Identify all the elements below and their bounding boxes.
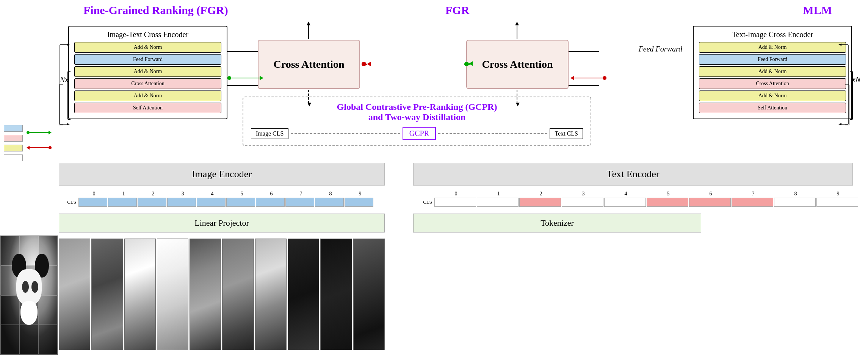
img-token-7 bbox=[285, 198, 314, 207]
left-encoder-box: Image-Text Cross Encoder Nx Add & Norm F… bbox=[68, 26, 227, 119]
patch-0 bbox=[59, 239, 90, 350]
image-encoder-box: Image Encoder bbox=[59, 163, 385, 186]
xn-label-right: xN bbox=[852, 75, 860, 84]
img-idx-0: 0 bbox=[80, 191, 108, 197]
conn-right-cross-to-enc-top bbox=[569, 51, 599, 52]
image-token-indices: 0 1 2 3 4 5 6 7 8 9 bbox=[80, 191, 374, 197]
txt-token-0 bbox=[434, 198, 476, 207]
gcpr-bottom: Image CLS GCPR Text CLS bbox=[251, 127, 583, 140]
svg-marker-2 bbox=[67, 123, 70, 125]
txt-idx-0: 0 bbox=[435, 191, 477, 197]
layer-cross-attention: Cross Attention bbox=[74, 78, 221, 89]
txt-token-2 bbox=[519, 198, 561, 207]
txt-token-3 bbox=[562, 198, 603, 207]
txt-idx-9: 9 bbox=[817, 191, 859, 197]
title-fgr-right: FGR bbox=[445, 4, 469, 17]
image-patches-row bbox=[59, 239, 385, 350]
legend-white bbox=[4, 154, 23, 161]
txt-cls-label: CLS bbox=[413, 199, 434, 205]
patch-4 bbox=[190, 239, 221, 350]
img-cls-label: CLS bbox=[59, 199, 78, 205]
txt-token-6 bbox=[689, 198, 731, 207]
conn-left-enc-to-cross-top bbox=[227, 51, 258, 52]
img-idx-6: 6 bbox=[257, 191, 286, 197]
txt-token-4 bbox=[604, 198, 646, 207]
cross-attention-right-box: Cross Attention bbox=[466, 40, 569, 89]
img-idx-1: 1 bbox=[109, 191, 138, 197]
gcpr-title-line1: Global Contrastive Pre-Ranking (GCPR) bbox=[251, 102, 583, 112]
img-idx-2: 2 bbox=[139, 191, 168, 197]
txt-idx-8: 8 bbox=[775, 191, 816, 197]
txt-idx-5: 5 bbox=[647, 191, 689, 197]
layer-add-norm-3: Add & Norm bbox=[74, 90, 221, 101]
r-layer-cross-attention: Cross Attention bbox=[699, 78, 846, 89]
img-token-3 bbox=[167, 198, 196, 207]
img-token-8 bbox=[315, 198, 344, 207]
txt-idx-3: 3 bbox=[562, 191, 604, 197]
r-layer-self-attention: Self Attention bbox=[699, 103, 846, 113]
cross-attention-right-label: Cross Attention bbox=[482, 58, 553, 70]
text-token-row: CLS bbox=[413, 198, 858, 207]
conn-right-cross-to-enc-bottom bbox=[569, 85, 599, 86]
red-line-left bbox=[362, 64, 367, 65]
patch-8 bbox=[320, 239, 352, 350]
main-container: Fine-Grained Ranking (FGR) FGR MLM Image… bbox=[0, 0, 868, 362]
encoder-right-arrows bbox=[833, 26, 852, 143]
arrow-up-right-cross bbox=[517, 25, 517, 39]
txt-token-1 bbox=[477, 198, 519, 207]
r-layer-add-norm-1: Add & Norm bbox=[699, 42, 846, 53]
image-cls-box: Image CLS bbox=[251, 128, 288, 139]
title-fgr-left: Fine-Grained Ranking (FGR) bbox=[83, 4, 228, 17]
text-cls-box: Text CLS bbox=[550, 128, 583, 139]
gcpr-dashed-line-right bbox=[438, 133, 547, 134]
layer-add-norm-2: Add & Norm bbox=[74, 66, 221, 77]
patch-5 bbox=[222, 239, 254, 350]
gcpr-title-line2: and Two-way Distillation bbox=[251, 112, 583, 122]
img-idx-9: 9 bbox=[346, 191, 374, 197]
tokenizer-box: Tokenizer bbox=[413, 214, 701, 232]
txt-token-5 bbox=[647, 198, 688, 207]
img-token-2 bbox=[138, 198, 166, 207]
red-arrow-right-inner bbox=[367, 62, 371, 66]
legend-pink bbox=[4, 135, 23, 142]
feed-forward-top-label: Feed Forward bbox=[639, 45, 682, 53]
img-idx-3: 3 bbox=[168, 191, 197, 197]
svg-marker-1 bbox=[67, 44, 70, 46]
layer-add-norm-1: Add & Norm bbox=[74, 42, 221, 53]
right-encoder-inner: xN Add & Norm Feed Forward Add & Norm Cr… bbox=[699, 42, 846, 113]
img-idx-5: 5 bbox=[227, 191, 256, 197]
green-arrow-head-right bbox=[469, 61, 473, 66]
txt-idx-1: 1 bbox=[478, 191, 519, 197]
txt-idx-7: 7 bbox=[732, 191, 774, 197]
patch-7 bbox=[288, 239, 319, 350]
green-arrow-to-cross-left bbox=[227, 76, 263, 80]
cross-attention-left-label: Cross Attention bbox=[274, 58, 345, 70]
img-token-1 bbox=[108, 198, 137, 207]
txt-idx-6: 6 bbox=[690, 191, 732, 197]
layer-self-attention: Self Attention bbox=[74, 103, 221, 113]
text-token-indices: 0 1 2 3 4 5 6 7 8 9 bbox=[435, 191, 859, 197]
right-encoder-title: Text-Image Cross Encoder bbox=[699, 30, 846, 39]
patch-2 bbox=[124, 239, 156, 350]
red-arrow-to-right-encoder bbox=[570, 76, 606, 80]
gcpr-dashed-line-left bbox=[291, 133, 400, 134]
r-layer-add-norm-2: Add & Norm bbox=[699, 66, 846, 77]
panda-image-large bbox=[0, 236, 58, 355]
img-token-0 bbox=[78, 198, 107, 207]
img-token-5 bbox=[226, 198, 255, 207]
r-layer-add-norm-3: Add & Norm bbox=[699, 90, 846, 101]
patch-9 bbox=[353, 239, 385, 350]
svg-marker-7 bbox=[838, 44, 841, 46]
encoder-left-arrows bbox=[56, 26, 75, 143]
img-token-6 bbox=[256, 198, 285, 207]
patch-6 bbox=[255, 239, 287, 350]
linear-projector-box: Linear Projector bbox=[59, 214, 385, 232]
red-arrow-legend bbox=[27, 146, 52, 150]
green-arrow-legend bbox=[27, 131, 52, 134]
img-token-9 bbox=[345, 198, 373, 207]
gcpr-label-box: GCPR bbox=[403, 127, 436, 140]
r-layer-feed-forward: Feed Forward bbox=[699, 54, 846, 65]
text-encoder-box: Text Encoder bbox=[413, 163, 853, 186]
txt-token-9 bbox=[816, 198, 858, 207]
patch-1 bbox=[91, 239, 123, 350]
